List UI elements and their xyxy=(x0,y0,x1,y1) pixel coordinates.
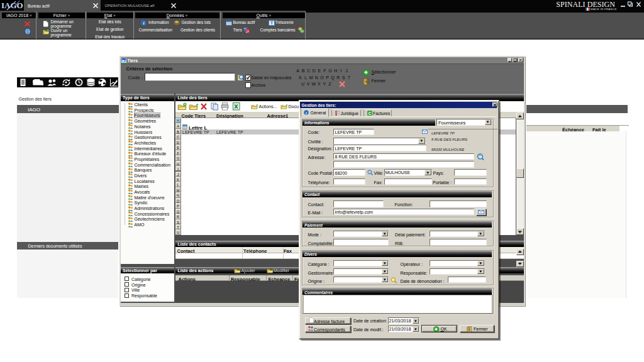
svg-text:i: i xyxy=(306,111,307,115)
svg-text:i: i xyxy=(143,21,144,26)
svg-text:C: C xyxy=(368,111,371,116)
svg-text:T: T xyxy=(270,20,273,26)
